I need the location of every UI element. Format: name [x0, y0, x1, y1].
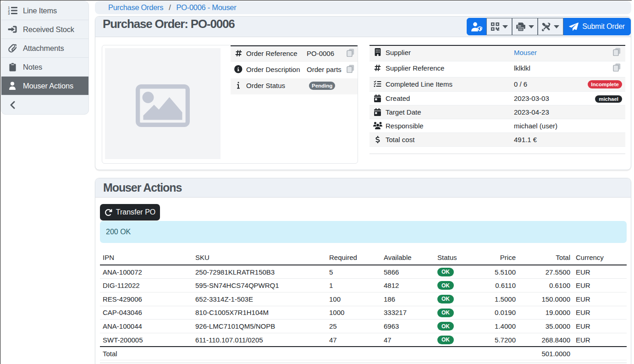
- svg-text:3: 3: [8, 12, 10, 15]
